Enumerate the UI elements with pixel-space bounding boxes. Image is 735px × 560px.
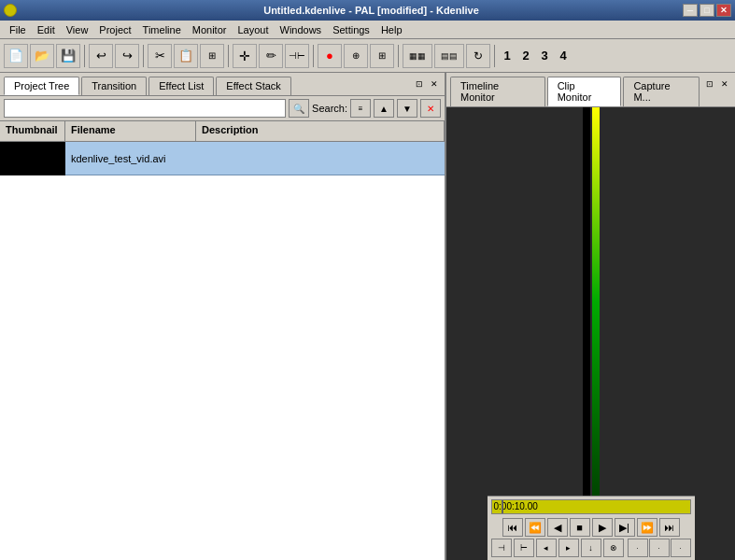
history-button[interactable]: ↻ bbox=[466, 44, 490, 68]
record-button[interactable]: ● bbox=[318, 44, 342, 68]
select-tool[interactable]: ✛ bbox=[233, 44, 257, 68]
cut-button[interactable]: ✂ bbox=[148, 44, 172, 68]
monitor-controls: 0:00:10.00 ⏮ ⏪ ◀ ■ ▶ ▶| ⏩ ⏭ ⊣ ⊢ ◂ bbox=[488, 496, 695, 560]
monitor-cursor bbox=[502, 500, 503, 513]
tab-transition[interactable]: Transition bbox=[81, 77, 147, 95]
next-mark-button[interactable]: ▸ bbox=[558, 539, 579, 557]
left-tab-bar: Project Tree Transition Effect List Effe… bbox=[0, 73, 445, 96]
menu-monitor[interactable]: Monitor bbox=[187, 22, 233, 37]
monitor-progress-bar[interactable]: 0:00:10.00 bbox=[491, 499, 691, 514]
vol-btn-1[interactable]: · bbox=[628, 539, 648, 557]
monitor-transport-controls: ⏮ ⏪ ◀ ■ ▶ ▶| ⏩ ⏭ bbox=[491, 518, 691, 537]
tab-capture-monitor[interactable]: Capture M... bbox=[623, 77, 700, 106]
tab-effect-list[interactable]: Effect List bbox=[148, 77, 214, 95]
toolbar: 📄 📂 💾 ↩ ↪ ✂ 📋 ⊞ ✛ ✏ ⊣⊢ ● ⊕ ⊞ ▦▦ ▤▤ ↻ 1 2… bbox=[0, 39, 735, 73]
separator-5 bbox=[398, 45, 399, 67]
project-panel: Thumbnail Filename Description kdenlive_… bbox=[0, 121, 445, 560]
mark-in-button[interactable]: ⊣ bbox=[491, 539, 512, 557]
vol-btn-3[interactable]: · bbox=[671, 539, 691, 557]
step-fwd-button[interactable]: ▶| bbox=[615, 518, 635, 537]
separator-1 bbox=[84, 45, 85, 67]
minimize-button[interactable]: ─ bbox=[683, 4, 698, 17]
goto-start-button[interactable]: ⏮ bbox=[502, 518, 523, 537]
tab-clip-monitor[interactable]: Clip Monitor bbox=[547, 77, 622, 106]
file-thumbnail-0 bbox=[0, 142, 65, 175]
panel-close-x[interactable]: ✕ bbox=[428, 77, 441, 95]
tab-timeline-monitor[interactable]: Timeline Monitor bbox=[450, 77, 545, 106]
col-header-description: Description bbox=[196, 121, 445, 141]
rewind-button[interactable]: ⏪ bbox=[525, 518, 545, 537]
search-bar: 🔍 Search: ≡ ▲ ▼ ✕ bbox=[0, 96, 445, 121]
step-back-button[interactable]: ◀ bbox=[547, 518, 568, 537]
label-3: 3 bbox=[536, 44, 553, 68]
stop-button[interactable]: ■ bbox=[570, 518, 590, 537]
separator-6 bbox=[494, 45, 495, 67]
monitor-area: 0:00:10.00 ⏮ ⏪ ◀ ■ ▶ ▶| ⏩ ⏭ ⊣ ⊢ ◂ bbox=[446, 107, 735, 560]
tab-project-tree[interactable]: Project Tree bbox=[4, 77, 79, 95]
menu-timeline[interactable]: Timeline bbox=[137, 22, 187, 37]
tab-effect-stack[interactable]: Effect Stack bbox=[216, 77, 291, 95]
menu-settings[interactable]: Settings bbox=[327, 22, 375, 37]
menu-layout[interactable]: Layout bbox=[232, 22, 274, 37]
search-options-button[interactable]: ≡ bbox=[350, 99, 371, 118]
search-input[interactable] bbox=[4, 99, 286, 118]
menu-edit[interactable]: Edit bbox=[32, 22, 61, 37]
play-button[interactable]: ▶ bbox=[592, 518, 613, 537]
columns-header: Thumbnail Filename Description bbox=[0, 121, 445, 142]
new-button[interactable]: 📄 bbox=[4, 44, 28, 68]
menu-windows[interactable]: Windows bbox=[275, 22, 328, 37]
keyframe-button[interactable]: ▤▤ bbox=[434, 44, 464, 68]
monitor-float-button[interactable]: ⊡ bbox=[703, 77, 716, 106]
redo-button[interactable]: ↪ bbox=[115, 44, 139, 68]
menu-project[interactable]: Project bbox=[93, 22, 136, 37]
search-go-button[interactable]: 🔍 bbox=[289, 99, 309, 118]
file-row-0[interactable]: kdenlive_test_vid.avi bbox=[0, 142, 445, 175]
monitor-timecode: 0:00:10.00 bbox=[494, 501, 538, 511]
insert-button[interactable]: ↓ bbox=[581, 539, 601, 557]
menubar: File Edit View Project Timeline Monitor … bbox=[0, 21, 735, 39]
label-1: 1 bbox=[499, 44, 516, 68]
search-clear-button[interactable]: ✕ bbox=[420, 99, 441, 118]
separator-2 bbox=[143, 45, 144, 67]
fast-fwd-button[interactable]: ⏩ bbox=[637, 518, 657, 537]
col-header-filename: Filename bbox=[65, 121, 196, 141]
monitor-tab-bar: Timeline Monitor Clip Monitor Capture M.… bbox=[446, 73, 735, 107]
separator-3 bbox=[228, 45, 229, 67]
effect-button[interactable]: ▦▦ bbox=[403, 44, 432, 68]
menu-help[interactable]: Help bbox=[375, 22, 408, 37]
close-button[interactable]: ✕ bbox=[716, 4, 731, 17]
file-name-0: kdenlive_test_vid.avi bbox=[65, 153, 172, 164]
copy-button[interactable]: 📋 bbox=[174, 44, 198, 68]
undo-button[interactable]: ↩ bbox=[89, 44, 113, 68]
col-header-thumbnail: Thumbnail bbox=[0, 121, 65, 141]
capture-button[interactable]: ⊞ bbox=[370, 44, 394, 68]
vol-btn-2[interactable]: · bbox=[649, 539, 670, 557]
save-button[interactable]: 💾 bbox=[56, 44, 80, 68]
window-title: Untitled.kdenlive - PAL [modified] - Kde… bbox=[60, 5, 683, 16]
monitor-screen bbox=[583, 107, 590, 496]
maximize-button[interactable]: □ bbox=[700, 4, 714, 17]
spacer-tool[interactable]: ⊣⊢ bbox=[285, 44, 309, 68]
panel-float-button[interactable]: ⊡ bbox=[413, 77, 426, 95]
razor-tool[interactable]: ✏ bbox=[259, 44, 283, 68]
goto-end-button[interactable]: ⏭ bbox=[659, 518, 680, 537]
menu-file[interactable]: File bbox=[4, 22, 32, 37]
paste-button[interactable]: ⊞ bbox=[200, 44, 224, 68]
open-button[interactable]: 📂 bbox=[30, 44, 54, 68]
right-panel: Timeline Monitor Clip Monitor Capture M.… bbox=[446, 73, 735, 560]
left-panel: Project Tree Transition Effect List Effe… bbox=[0, 73, 446, 560]
transcode-button[interactable]: ⊕ bbox=[344, 44, 368, 68]
separator-4 bbox=[313, 45, 314, 67]
overwrite-button[interactable]: ⊗ bbox=[603, 539, 624, 557]
menu-view[interactable]: View bbox=[61, 22, 94, 37]
mark-out-button[interactable]: ⊢ bbox=[514, 539, 534, 557]
monitor-level-meter bbox=[592, 107, 600, 496]
monitor-screen-section bbox=[583, 107, 600, 496]
label-4: 4 bbox=[555, 44, 572, 68]
label-2: 2 bbox=[517, 44, 534, 68]
search-next-button[interactable]: ▼ bbox=[397, 99, 417, 118]
titlebar: Untitled.kdenlive - PAL [modified] - Kde… bbox=[0, 0, 735, 21]
prev-mark-button[interactable]: ◂ bbox=[536, 539, 557, 557]
search-prev-button[interactable]: ▲ bbox=[374, 99, 394, 118]
monitor-close-x[interactable]: ✕ bbox=[718, 77, 731, 106]
